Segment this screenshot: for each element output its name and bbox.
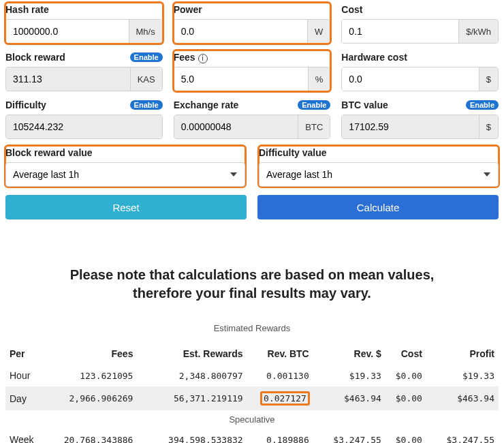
hashrate-field: Hash rate Mh/s bbox=[5, 3, 163, 44]
table-header: Per Fees Est. Rewards Rev. BTC Rev. $ Co… bbox=[5, 343, 499, 365]
table-row: Week 20,768.343886 394,598.533832 0.1898… bbox=[5, 429, 499, 443]
fees-unit: % bbox=[308, 67, 330, 91]
fees-field: Feesi % bbox=[174, 50, 331, 91]
blockrewardvalue-select[interactable]: Average last 1h bbox=[5, 162, 245, 187]
hashrate-unit[interactable]: Mh/s bbox=[129, 20, 162, 43]
reset-button[interactable]: Reset bbox=[5, 195, 247, 219]
th-rbtc: Rev. BTC bbox=[247, 343, 313, 365]
cost-unit: $/kWh bbox=[458, 20, 498, 43]
btcvalue-unit: $ bbox=[479, 115, 498, 138]
blockreward-field: Block reward Enable KAS bbox=[5, 50, 163, 91]
btcvalue-enable-badge[interactable]: Enable bbox=[466, 100, 499, 110]
day-revbtc-highlight: 0.027127 bbox=[261, 392, 309, 405]
blockreward-input[interactable] bbox=[6, 67, 130, 91]
hardware-field: Hardware cost $ bbox=[341, 50, 499, 91]
exchangerate-unit[interactable]: BTC bbox=[298, 115, 330, 138]
blockrewardvalue-label: Block reward value bbox=[5, 147, 93, 158]
hashrate-input[interactable] bbox=[6, 20, 129, 43]
difficultyvalue-label: Difficulty value bbox=[259, 147, 327, 158]
exchangerate-label: Exchange rate bbox=[174, 100, 239, 110]
hardware-unit: $ bbox=[479, 67, 498, 91]
rewards-table: Per Fees Est. Rewards Rev. BTC Rev. $ Co… bbox=[5, 343, 499, 443]
difficulty-input[interactable] bbox=[6, 115, 162, 138]
difficultyvalue-select[interactable]: Average last 1h bbox=[259, 162, 499, 187]
th-per: Per bbox=[5, 343, 46, 365]
blockreward-unit[interactable]: KAS bbox=[130, 67, 162, 91]
th-fees: Fees bbox=[46, 343, 138, 365]
power-unit: W bbox=[307, 20, 330, 43]
note-text: Please note that calculations are based … bbox=[5, 266, 499, 303]
th-cost: Cost bbox=[385, 343, 426, 365]
hardware-label: Hardware cost bbox=[341, 52, 407, 63]
difficulty-label: Difficulty bbox=[5, 100, 46, 110]
difficulty-field: Difficulty Enable bbox=[5, 98, 163, 139]
info-icon[interactable]: i bbox=[198, 54, 208, 63]
difficultyvalue-field: Difficulty value Average last 1h bbox=[259, 146, 499, 187]
hardware-input[interactable] bbox=[342, 67, 478, 91]
th-profit: Profit bbox=[426, 343, 499, 365]
power-input[interactable] bbox=[174, 20, 307, 43]
hashrate-label: Hash rate bbox=[5, 4, 49, 15]
btcvalue-label: BTC value bbox=[341, 100, 388, 110]
cost-field: Cost $/kWh bbox=[341, 3, 499, 44]
power-label: Power bbox=[174, 4, 202, 15]
th-rusd: Rev. $ bbox=[313, 343, 385, 365]
table-row: Day 2,966.906269 56,371.219119 0.027127 … bbox=[5, 386, 499, 410]
fees-input[interactable] bbox=[174, 67, 308, 91]
exchangerate-field: Exchange rate Enable BTC bbox=[174, 98, 331, 139]
exchangerate-input[interactable] bbox=[174, 115, 298, 138]
table-title: Estimated Rewards bbox=[5, 323, 499, 333]
table-row: Hour 123.621095 2,348.800797 0.001130 $1… bbox=[5, 365, 499, 386]
blockreward-label: Block reward bbox=[5, 52, 65, 63]
difficulty-enable-badge[interactable]: Enable bbox=[130, 100, 163, 110]
exchangerate-enable-badge[interactable]: Enable bbox=[298, 100, 330, 110]
power-field: Power W bbox=[174, 3, 331, 44]
cost-input[interactable] bbox=[342, 20, 458, 43]
blockrewardvalue-field: Block reward value Average last 1h bbox=[5, 146, 245, 187]
btcvalue-input[interactable] bbox=[342, 115, 478, 138]
btcvalue-field: BTC value Enable $ bbox=[341, 98, 499, 139]
blockreward-enable-badge[interactable]: Enable bbox=[130, 52, 163, 62]
th-est: Est. Rewards bbox=[137, 343, 247, 365]
cost-label: Cost bbox=[341, 4, 362, 15]
fees-label: Feesi bbox=[174, 52, 208, 63]
speculative-divider: Speculative bbox=[5, 410, 499, 429]
calculate-button[interactable]: Calculate bbox=[257, 195, 499, 219]
